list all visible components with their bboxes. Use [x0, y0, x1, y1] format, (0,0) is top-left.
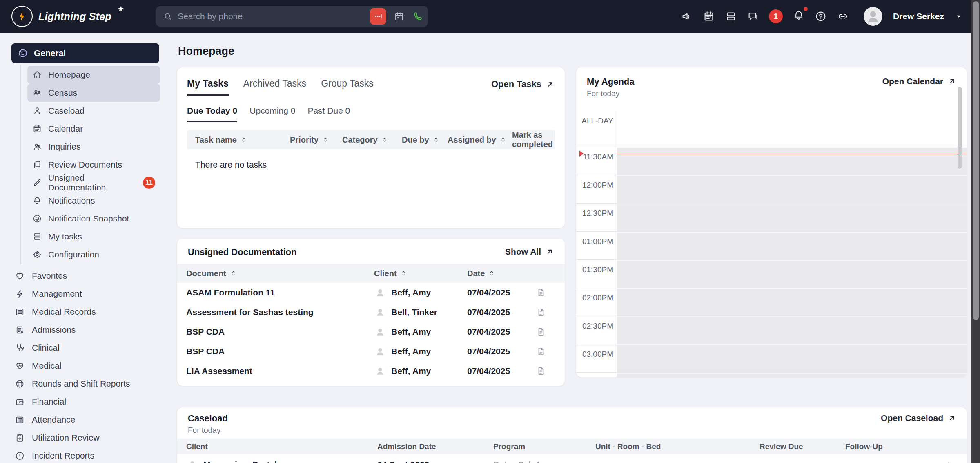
column-header[interactable]: Date [467, 269, 536, 278]
agenda-slot[interactable] [617, 175, 967, 203]
unsigned-row[interactable]: BSP CDA Beff, Amy 07/04/2025 [177, 342, 565, 361]
quick-dial-button[interactable] [370, 8, 386, 25]
user-avatar[interactable] [864, 7, 882, 26]
sidebar-sub-item[interactable]: Calendar [27, 120, 160, 138]
sidebar-sub-item[interactable]: Inquiries [27, 138, 160, 156]
column-header[interactable]: Task name [195, 135, 290, 145]
help-icon[interactable] [815, 10, 827, 22]
agenda-time-label: 01:00PM [576, 232, 617, 259]
agenda-slot[interactable] [617, 260, 967, 288]
agenda-time-label: 03:00PM [576, 344, 617, 372]
page-scrollbar-thumb[interactable] [973, 1, 979, 320]
agenda-slot[interactable] [617, 288, 967, 316]
agenda-slot[interactable] [617, 373, 967, 377]
sidebar-item[interactable]: Favorites [11, 267, 176, 285]
user-menu-caret-icon[interactable] [954, 11, 964, 21]
arrow-right-icon[interactable] [942, 459, 953, 463]
messages-icon[interactable] [747, 10, 759, 22]
column-label: Mark as completed [512, 130, 555, 149]
agenda-slot[interactable] [617, 316, 967, 344]
caseload-card: Caseload For today Open Caseload ClientA… [177, 407, 967, 463]
open-caseload-link[interactable]: Open Caseload [881, 413, 956, 423]
agenda-slot[interactable] [617, 344, 967, 372]
column-header[interactable]: Due by [402, 135, 448, 145]
sidebar-sub-item[interactable]: Caseload [27, 102, 160, 120]
page-scrollbar[interactable] [971, 0, 980, 463]
sort-icon[interactable] [321, 136, 330, 144]
document-file-icon[interactable] [536, 307, 546, 318]
sort-icon[interactable] [432, 136, 440, 144]
sidebar-item[interactable]: Medical Records [11, 303, 176, 321]
unsigned-row[interactable]: BSP CDA Beff, Amy 07/04/2025 [177, 322, 565, 342]
search-input[interactable] [178, 11, 365, 21]
sidebar-sub-item[interactable]: Unsigned Documentation 11 [27, 174, 160, 192]
star-icon[interactable] [116, 5, 125, 14]
column-header[interactable]: Document [186, 269, 374, 278]
search-bar[interactable] [156, 6, 428, 27]
announcements-icon[interactable] [681, 10, 693, 22]
sidebar-sub-item[interactable]: Notifications [27, 192, 160, 210]
show-all-link[interactable]: Show All [505, 247, 554, 257]
calendar-icon[interactable] [703, 10, 715, 22]
sidebar-group-general[interactable]: General [11, 43, 159, 63]
agenda-slot[interactable] [617, 232, 967, 259]
sidebar-item-label: Admissions [32, 325, 76, 335]
sidebar-sub-item[interactable]: Notification Snapshot [27, 210, 160, 228]
sort-icon[interactable] [381, 136, 389, 144]
sidebar-sub-item[interactable]: Census [27, 84, 160, 102]
column-header[interactable]: Priority [290, 135, 342, 145]
messages-badge[interactable]: 1 [769, 9, 783, 23]
sort-icon[interactable] [240, 136, 248, 144]
agenda-scrollbar[interactable] [958, 87, 962, 169]
phone-icon[interactable] [412, 11, 423, 22]
column-label: Priority [290, 135, 318, 145]
unsigned-row[interactable]: Assessment for Sashas testing Bell, Tink… [177, 302, 565, 322]
sidebar-sub-item[interactable]: Review Documents [27, 156, 160, 174]
sidebar-sub-item[interactable]: My tasks [27, 228, 160, 246]
agenda-slot[interactable] [617, 204, 967, 231]
document-file-icon[interactable] [536, 366, 546, 376]
tasks-tab[interactable]: My Tasks [187, 78, 229, 96]
sidebar-item[interactable]: Financial [11, 393, 176, 411]
tasks-card: My TasksArchived TasksGroup Tasks Open T… [177, 67, 565, 228]
column-header[interactable]: Mark as completed [512, 130, 555, 149]
column-header[interactable]: Assigned by [448, 135, 512, 145]
sidebar-item[interactable]: Medical [11, 357, 176, 375]
link-icon[interactable] [837, 10, 849, 22]
tasks-tab[interactable]: Group Tasks [321, 78, 374, 96]
document-file-icon[interactable] [536, 287, 546, 298]
sort-icon[interactable] [400, 269, 408, 277]
sidebar-item[interactable]: Clinical [11, 339, 176, 357]
unsigned-row[interactable]: LIA Assessment Beff, Amy 07/04/2025 [177, 361, 565, 381]
user-name[interactable]: Drew Serkez [893, 11, 944, 21]
document-file-icon[interactable] [536, 346, 546, 357]
open-calendar-link[interactable]: Open Calendar [882, 76, 956, 86]
sort-icon[interactable] [229, 269, 237, 277]
sidebar-item-label: Rounds and Shift Reports [32, 379, 130, 389]
notifications-bell[interactable] [793, 9, 805, 23]
unsigned-row[interactable]: ASAM Formulation 11 Beff, Amy 07/04/2025 [177, 283, 565, 302]
open-tasks-link[interactable]: Open Tasks [491, 78, 555, 89]
sidebar-sub-item[interactable]: Homepage [27, 66, 160, 84]
tasks-tab[interactable]: Archived Tasks [243, 78, 306, 96]
sidebar-item[interactable]: Admissions [11, 321, 176, 339]
tasks-subtab[interactable]: Upcoming 0 [249, 106, 295, 122]
sidebar-item[interactable]: Incident Reports [11, 447, 176, 463]
caseload-row[interactable]: Messaging, Portal 04 Sept 2023 Detox Sub… [177, 454, 967, 463]
calendar-search-icon[interactable] [394, 11, 405, 22]
queue-icon[interactable] [725, 10, 737, 22]
column-header[interactable]: Client [374, 269, 467, 278]
document-file-icon[interactable] [536, 327, 546, 337]
tasks-subtab[interactable]: Due Today 0 [187, 106, 237, 122]
agenda-slot[interactable] [617, 147, 967, 175]
sort-icon[interactable] [499, 136, 507, 144]
sidebar-sub-item[interactable]: Configuration [27, 246, 160, 264]
sort-icon[interactable] [488, 269, 496, 277]
sidebar-item[interactable]: Utilization Review [11, 429, 176, 447]
tasks-subtab[interactable]: Past Due 0 [307, 106, 350, 122]
sidebar-item[interactable]: Attendance [11, 411, 176, 429]
agenda-allday-slot[interactable] [617, 111, 967, 147]
sidebar-item[interactable]: Management [11, 285, 176, 303]
column-header[interactable]: Category [342, 135, 402, 145]
sidebar-item[interactable]: Rounds and Shift Reports [11, 375, 176, 393]
